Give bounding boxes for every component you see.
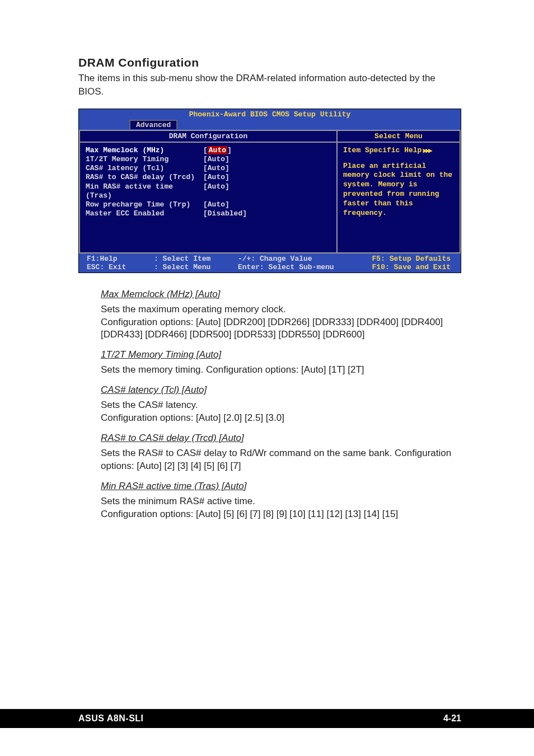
option-description: Sets the RAS# to CAS# delay to Rd/Wr com…	[78, 447, 461, 473]
bios-title: Phoenix-Award BIOS CMOS Setup Utility	[79, 109, 461, 120]
footer-f1: F1:Help	[87, 255, 154, 263]
bios-item-value: [Auto]	[203, 182, 331, 201]
option-title: RAS# to CAS# delay (Trcd) [Auto]	[78, 433, 461, 444]
footer-f5: F5: Setup Defaults	[355, 255, 456, 263]
bios-help-body: Place an artificial memory clock limit o…	[343, 162, 454, 218]
bios-item-value: [Auto]	[203, 164, 331, 173]
bios-item-label: Master ECC Enabled	[86, 209, 203, 218]
bios-subheader: DRAM Configuration	[79, 130, 338, 143]
bios-help-title: Item Specific Help	[343, 146, 421, 154]
bios-item-row[interactable]: Min RAS# active time (Tras)[Auto]	[86, 182, 331, 201]
bios-item-row[interactable]: 1T/2T Memory Timing[Auto]	[86, 155, 331, 164]
bios-item-label: RAS# to CAS# delay (Trcd)	[86, 173, 203, 182]
footer-chg: -/+: Change Value	[238, 255, 355, 263]
bios-screenshot: Phoenix-Award BIOS CMOS Setup Utility Ad…	[78, 109, 461, 273]
bios-item-label: Max Memclock (MHz)	[86, 146, 203, 155]
section-heading: DRAM Configuration	[78, 56, 461, 69]
bios-item-value: [Auto]	[203, 200, 331, 209]
bios-item-row[interactable]: Row precharge Time (Trp)[Auto]	[86, 200, 331, 209]
bios-item-label: CAS# latency (Tcl)	[86, 164, 203, 173]
bios-item-label: Min RAS# active time (Tras)	[86, 182, 203, 201]
footer-f10: F10: Save and Exit	[355, 263, 456, 271]
footer-esc: ESC: Exit	[87, 263, 154, 271]
bios-item-row[interactable]: Max Memclock (MHz)[Auto]	[86, 146, 331, 155]
bios-item-row[interactable]: CAS# latency (Tcl)[Auto]	[86, 164, 331, 173]
bios-item-value: [Auto]	[203, 173, 331, 182]
bios-item-row[interactable]: Master ECC Enabled[Disabled]	[86, 209, 331, 218]
bios-item-value: [Auto]	[203, 155, 331, 164]
bios-item-value: [Disabled]	[203, 209, 331, 218]
option-title: CAS# latency (Tcl) [Auto]	[78, 384, 461, 396]
bios-item-label: Row precharge Time (Trp)	[86, 200, 203, 209]
option-description: Sets the CAS# latency.Configuration opti…	[78, 399, 461, 425]
option-title: Max Memclock (MHz) [Auto]	[78, 289, 461, 300]
bios-tab-advanced[interactable]: Advanced	[129, 120, 177, 129]
option-title: 1T/2T Memory Timing [Auto]	[78, 349, 461, 360]
chevron-right-icon: ▶▶▶	[423, 146, 430, 155]
bios-item-value: [Auto]	[203, 146, 331, 155]
option-title: Min RAS# active time (Tras) [Auto]	[78, 481, 461, 492]
option-description: Sets the minimum RAS# active time.Config…	[78, 495, 461, 521]
bios-item-row[interactable]: RAS# to CAS# delay (Trcd)[Auto]	[86, 173, 331, 182]
footer-page-number: 4-21	[443, 713, 461, 724]
footer-sel-item: : Select Item	[154, 255, 238, 263]
bios-item-list: Max Memclock (MHz)[Auto]1T/2T Memory Tim…	[79, 143, 338, 253]
section-intro: The items in this sub-menu show the DRAM…	[78, 72, 461, 98]
footer-enter: Enter: Select Sub-menu	[238, 263, 355, 271]
bios-tabrow: Advanced	[79, 120, 461, 130]
footer-sel-menu: : Select Menu	[154, 263, 238, 271]
bios-help-pane: Item Specific Help ▶▶▶ Place an artifici…	[338, 143, 461, 253]
page-footer: ASUS A8N-SLI 4-21	[0, 709, 534, 728]
footer-product: ASUS A8N-SLI	[78, 713, 144, 724]
bios-item-label: 1T/2T Memory Timing	[86, 155, 203, 164]
bios-help-header: Select Menu	[338, 130, 461, 143]
option-description: Sets the maximum operating memory clock.…	[78, 303, 461, 342]
bios-footer: F1:Help : Select Item -/+: Change Value …	[79, 253, 461, 273]
option-description: Sets the memory timing. Configuration op…	[78, 364, 461, 377]
